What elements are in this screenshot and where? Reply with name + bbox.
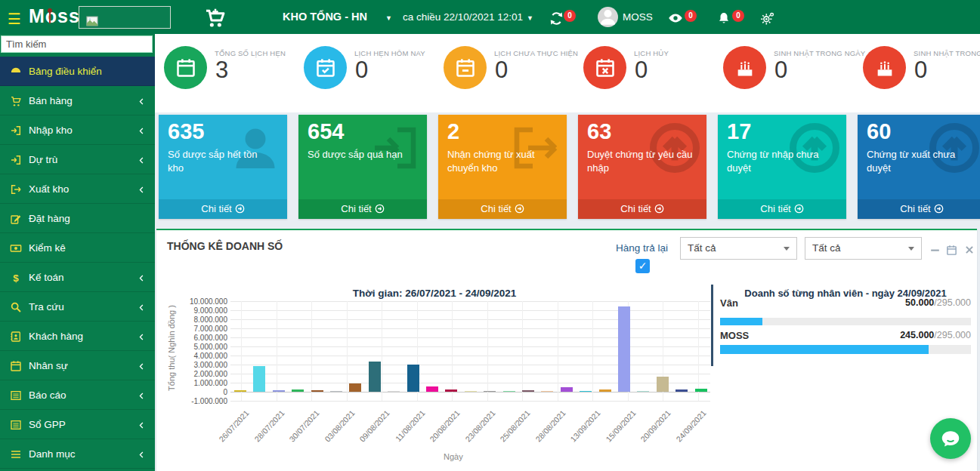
stat-value: 0 (355, 57, 368, 84)
chart-plot (230, 301, 710, 401)
eye-icon[interactable] (668, 10, 683, 26)
chart-bar (292, 389, 304, 392)
chart-gridline (230, 310, 710, 311)
sidebar-item-so-gpp[interactable]: Sổ GPP (0, 410, 155, 439)
infobox-detail-link[interactable]: Chi tiết (298, 199, 427, 219)
arrow-circle-right-icon (791, 203, 804, 214)
chart-vgridline (311, 301, 312, 401)
menu-bars-icon (10, 447, 22, 460)
sidebar-item-nhap-kho[interactable]: Nhập kho (0, 115, 155, 145)
sidebar-item-bao-cao[interactable]: Báo cáo (0, 380, 155, 410)
chart-vgridline (592, 301, 593, 401)
edit-icon (10, 211, 22, 224)
sidebar-item-label: Tra cứu (29, 301, 64, 312)
sidebar-item-xuat-kho[interactable]: Xuất kho (0, 174, 155, 204)
cake-icon (863, 46, 906, 89)
infobox-detail-link[interactable]: Chi tiết (578, 199, 706, 219)
returns-checkbox[interactable]: ✓ (635, 259, 650, 273)
chart-bar (445, 389, 457, 392)
close-icon[interactable] (964, 242, 975, 255)
sidebar-item-ban-hang[interactable]: Bán hàng (0, 86, 155, 115)
chart-bar (349, 383, 361, 392)
chart-bar (503, 391, 515, 392)
sidebar-item-label: Nhập kho (29, 125, 73, 136)
staff-panel-scrollbar[interactable] (711, 285, 713, 366)
chevron-down-icon (908, 247, 914, 251)
infobox-label: Duyệt chứng từ yêu cầu nhập (587, 148, 693, 174)
chart-y-tick: 1.000.000 (170, 379, 227, 387)
avatar[interactable] (598, 7, 618, 27)
username[interactable]: MOSS (623, 11, 653, 23)
chart-bar (330, 391, 342, 392)
infobox-nhan-chung-tu-xuat-chuyen-kho: 2Nhận chứng từ xuất chuyển khoChi tiết (438, 115, 567, 219)
chart-y-tick: 9.000.000 (170, 306, 227, 315)
calendar-tool-icon[interactable] (946, 242, 957, 256)
calendar-minus-icon (444, 46, 487, 89)
chart-gridline (230, 337, 710, 338)
chart-y-tick: 0 (170, 388, 227, 396)
infobox-value: 60 (867, 119, 891, 144)
infobox-detail-link[interactable]: Chi tiết (159, 199, 287, 219)
chart-bar (675, 389, 688, 392)
shift-caret-icon[interactable]: ▼ (527, 14, 533, 22)
sidebar-item-danh-muc[interactable]: Danh mục (0, 439, 155, 469)
staff-value: 245.000/295.000 (900, 330, 971, 340)
chart-gridline (230, 356, 710, 356)
list-icon (10, 388, 22, 401)
chart-bar (484, 391, 496, 392)
sign-in-icon (10, 123, 22, 136)
sidebar-item-nhan-su[interactable]: Nhân sự (0, 351, 155, 380)
infobox-detail-link[interactable]: Chi tiết (438, 199, 567, 219)
chart-bar (407, 365, 419, 392)
infobox-detail-link[interactable]: Chi tiết (718, 199, 846, 219)
sidebar-item-ke-toan[interactable]: $Kế toán (0, 263, 155, 292)
chart-bar (580, 391, 592, 392)
infobox-label: Số dược sắp quá hạn (308, 148, 413, 162)
search-input[interactable] (1, 35, 153, 53)
bell-icon[interactable] (717, 10, 731, 26)
arrow-circle-right-icon (372, 203, 385, 214)
sign-in-icon (10, 152, 22, 165)
search-icon (10, 300, 22, 312)
stat-sinh-nhat-trong-th: SINH NHẬT TRONG TH0 (859, 44, 980, 104)
sidebar-item-label: Báo cáo (29, 389, 66, 401)
chart-gridline (230, 392, 710, 392)
sidebar-item-label: Dự trù (29, 154, 57, 165)
sidebar-item-kiem-ke[interactable]: Kiểm kê (0, 233, 155, 263)
sidebar-item-label: Xuất kho (29, 183, 69, 195)
arrow-circle-right-icon (512, 203, 524, 214)
chat-button[interactable] (930, 418, 971, 459)
filter-select-1[interactable]: Tất cả (680, 237, 797, 260)
sidebar-item-khach-hang[interactable]: Khách hàng (0, 322, 155, 351)
warehouse-caret-icon[interactable]: ▼ (385, 14, 392, 22)
chart-bar (388, 391, 400, 392)
gears-icon[interactable] (760, 10, 774, 26)
chart-y-tick: 6.000.000 (170, 334, 227, 342)
sidebar-item-bang-dieu-khien[interactable]: Bảng điều khiển (0, 57, 155, 86)
chart-gridline (230, 374, 710, 374)
chart-y-tick: -1.000.000 (170, 397, 227, 405)
chart-title: Thời gian: 26/07/2021 - 24/09/2021 (283, 288, 586, 299)
stat-tong-so-lich-hen: TỔNG SỐ LỊCH HẸN3 (160, 44, 298, 104)
chart-y-tick: 7.000.000 (170, 325, 227, 333)
infobox-detail-link[interactable]: Chi tiết (858, 199, 980, 219)
stat-lich-chua-thuc-hien: LỊCH CHƯA THỰC HIỆN0 (440, 44, 577, 104)
sidebar-item-du-tru[interactable]: Dự trù (0, 145, 155, 174)
staff-progress-track (720, 318, 971, 325)
menu-toggle-icon[interactable]: ☰ (8, 10, 21, 28)
chart-gridline (230, 346, 710, 347)
arrow-circle-right-icon (232, 203, 245, 214)
sidebar-item-tra-cuu[interactable]: Tra cứu (0, 292, 155, 322)
staff-progress-fill (720, 318, 762, 325)
sidebar-item-dat-hang[interactable]: Đặt hàng (0, 204, 155, 233)
stat-value: 0 (495, 57, 508, 84)
infobox-label: Chứng từ xuất chưa duyệt (867, 148, 972, 174)
collapse-minus-icon[interactable] (929, 242, 941, 256)
sign-out-icon (10, 182, 22, 195)
warehouse-selector[interactable]: KHO TỔNG - HN (268, 11, 382, 23)
refresh-icon[interactable] (549, 10, 564, 26)
sidebar-item-label: Kế toán (29, 272, 64, 283)
filter-select-2[interactable]: Tất cả (805, 237, 922, 260)
chart-vgridline (382, 301, 382, 401)
cart-arrow-down-icon[interactable] (201, 5, 227, 29)
